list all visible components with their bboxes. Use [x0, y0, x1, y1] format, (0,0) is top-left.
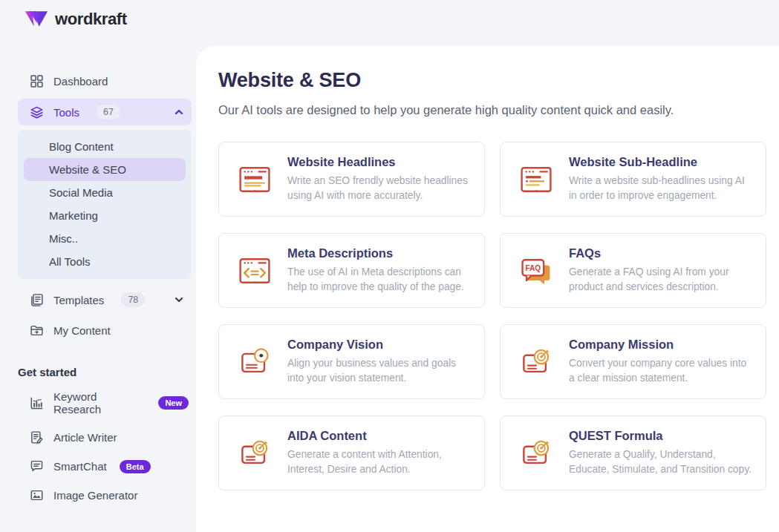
card-title: Website Headlines: [287, 155, 471, 169]
tool-card-aida-content[interactable]: AIDA Content Generate a content with Att…: [218, 416, 485, 490]
card-title: Website Sub-Headline: [569, 155, 752, 169]
card-target-icon: [518, 344, 554, 380]
chevron-down-icon[interactable]: [174, 295, 184, 305]
sidebar-item-keyword-research[interactable]: Keyword Research New: [18, 383, 196, 423]
tools-count-badge: 67: [97, 105, 120, 119]
keyword-research-icon: [30, 396, 44, 410]
submenu-item-blog-content[interactable]: Blog Content: [18, 135, 192, 158]
card-description: Generate a content with Attention, Inter…: [287, 447, 471, 476]
card-title: Company Vision: [287, 338, 471, 352]
page-subtitle: Our AI tools are designed to help you ge…: [218, 103, 779, 117]
tool-card-company-vision[interactable]: Company Vision Align your business value…: [218, 324, 485, 399]
tool-card-quest-formula[interactable]: QUEST Formula Generate a Qualify, Unders…: [500, 416, 766, 490]
card-title: FAQs: [569, 246, 752, 260]
tool-card-faqs[interactable]: FAQ FAQs Generate a FAQ using AI from yo…: [500, 233, 766, 308]
browser-code-icon: [237, 253, 273, 289]
sidebar-item-smartchat[interactable]: SmartChat Beta: [18, 452, 196, 481]
new-badge: New: [158, 396, 189, 410]
card-description: Generate a Qualify, Understand, Educate,…: [569, 447, 752, 476]
dashboard-grid-icon: [30, 74, 44, 88]
card-eye-icon: [237, 344, 273, 380]
card-title: Meta Descriptions: [287, 246, 471, 260]
wordkraft-logo-icon: [25, 10, 48, 29]
templates-icon: [30, 293, 44, 307]
browser-headline-icon: [237, 162, 273, 197]
card-description: Align your business values and goals int…: [287, 356, 471, 385]
submenu-item-social-media[interactable]: Social Media: [18, 181, 192, 204]
sidebar-item-article-writer[interactable]: Article Writer: [18, 423, 196, 452]
sidebar-item-label: Templates: [53, 294, 104, 306]
sidebar-item-label: My Content: [53, 324, 111, 337]
article-writer-icon: [30, 430, 44, 444]
submenu-item-marketing[interactable]: Marketing: [18, 204, 192, 227]
tool-card-company-mission[interactable]: Company Mission Convert your company cor…: [500, 324, 766, 399]
tool-card-meta-descriptions[interactable]: Meta Descriptions The use of AI in Meta …: [218, 233, 485, 308]
sidebar-item-templates[interactable]: Templates 78: [18, 286, 192, 313]
card-title: Company Mission: [569, 338, 752, 352]
folder-icon: [30, 324, 44, 338]
tool-card-website-headlines[interactable]: Website Headlines Write an SEO frendly w…: [218, 142, 485, 217]
sidebar-item-label: Tools: [53, 106, 79, 119]
get-started-heading: Get started: [18, 366, 196, 378]
sidebar-item-image-generator[interactable]: Image Generator: [18, 481, 196, 510]
smartchat-icon: [30, 459, 44, 473]
sidebar-item-label: Article Writer: [53, 431, 117, 444]
sidebar: Dashboard Tools 67 Blog Content Website …: [0, 68, 196, 510]
sidebar-item-tools[interactable]: Tools 67: [18, 99, 192, 125]
beta-badge: Beta: [120, 460, 151, 473]
submenu-item-website-seo[interactable]: Website & SEO: [24, 158, 186, 181]
card-title: QUEST Formula: [569, 429, 752, 443]
sidebar-item-label: Image Generator: [53, 489, 137, 502]
brand-logo[interactable]: wordkraft: [25, 10, 127, 29]
layers-icon: [30, 105, 44, 119]
card-description: Write an SEO frendly website headlines u…: [287, 174, 471, 203]
submenu-item-all-tools[interactable]: All Tools: [18, 250, 192, 273]
tool-cards-grid: Website Headlines Write an SEO frendly w…: [218, 142, 766, 490]
card-description: Generate a FAQ using AI from your produc…: [569, 265, 752, 294]
image-generator-icon: [30, 488, 44, 502]
sidebar-item-dashboard[interactable]: Dashboard: [18, 68, 192, 94]
card-description: The use of AI in Meta descriptions can h…: [287, 265, 471, 294]
submenu-item-misc[interactable]: Misc..: [18, 227, 192, 250]
card-target-icon: [518, 436, 554, 471]
browser-subheadline-icon: [518, 162, 554, 197]
card-title: AIDA Content: [287, 429, 471, 443]
card-description: Convert your company core values into a …: [569, 356, 752, 385]
faq-bubble-icon: FAQ: [518, 253, 554, 289]
page-title: Website & SEO: [218, 69, 779, 92]
sidebar-item-my-content[interactable]: My Content: [18, 318, 192, 344]
chevron-up-icon[interactable]: [174, 107, 184, 117]
tools-submenu: Blog Content Website & SEO Social Media …: [18, 130, 192, 279]
card-target-icon: [237, 436, 273, 471]
tool-card-website-sub-headline[interactable]: Website Sub-Headline Write a website sub…: [500, 142, 766, 217]
card-description: Write a website sub-headlines using AI i…: [569, 174, 752, 203]
sidebar-item-label: SmartChat: [53, 460, 107, 473]
brand-name: wordkraft: [55, 10, 127, 29]
sidebar-item-label: Keyword Research: [53, 390, 146, 416]
svg-text:FAQ: FAQ: [525, 264, 541, 272]
main-content: Website & SEO Our AI tools are designed …: [196, 46, 779, 532]
templates-count-badge: 78: [121, 292, 145, 307]
sidebar-item-label: Dashboard: [53, 75, 108, 88]
